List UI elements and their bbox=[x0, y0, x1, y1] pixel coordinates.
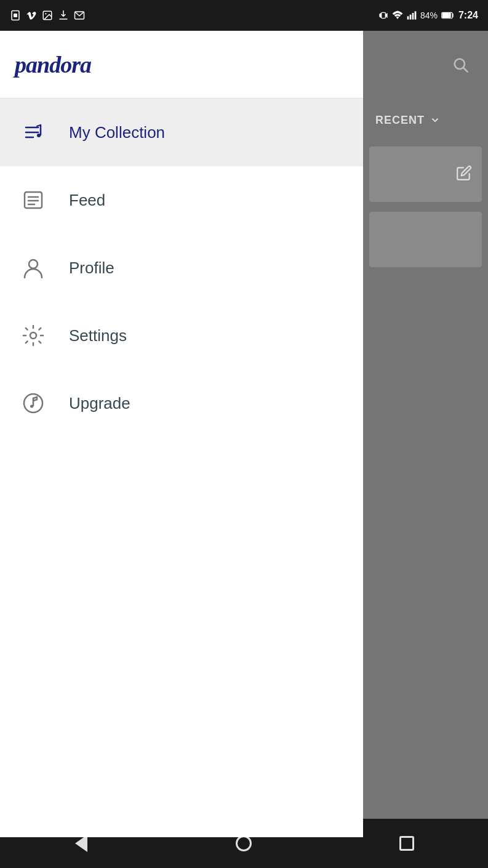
vimeo-icon bbox=[26, 10, 37, 21]
vibrate-icon bbox=[378, 10, 388, 20]
chevron-down-icon bbox=[430, 115, 441, 126]
svg-rect-9 bbox=[415, 11, 417, 19]
time: 7:24 bbox=[458, 10, 478, 21]
nav-item-upgrade[interactable]: Upgrade bbox=[0, 369, 363, 437]
mail-status-icon bbox=[74, 10, 85, 21]
nav-item-my-collection[interactable]: My Collection bbox=[0, 98, 363, 166]
svg-rect-11 bbox=[442, 13, 451, 18]
drawer: pandora My Collec bbox=[0, 31, 363, 837]
recent-button[interactable]: RECENT bbox=[375, 114, 441, 127]
svg-rect-1 bbox=[14, 14, 17, 17]
svg-rect-5 bbox=[382, 12, 386, 18]
nav-list: My Collection Feed bbox=[0, 98, 363, 837]
svg-point-21 bbox=[30, 332, 36, 339]
svg-line-25 bbox=[463, 68, 467, 71]
battery-icon bbox=[441, 11, 455, 20]
right-panel-card-2 bbox=[369, 212, 482, 267]
nav-item-profile[interactable]: Profile bbox=[0, 234, 363, 302]
settings-label: Settings bbox=[69, 326, 127, 345]
music-list-icon bbox=[20, 119, 47, 146]
pandora-logo: pandora bbox=[15, 51, 91, 78]
sim-icon bbox=[10, 10, 21, 21]
upgrade-label: Upgrade bbox=[69, 394, 130, 413]
nav-item-feed[interactable]: Feed bbox=[0, 166, 363, 234]
recents-button[interactable] bbox=[382, 819, 431, 868]
svg-point-20 bbox=[29, 260, 38, 268]
svg-point-15 bbox=[37, 134, 41, 137]
wifi-icon bbox=[392, 10, 403, 20]
home-icon bbox=[236, 835, 252, 851]
profile-icon bbox=[20, 254, 47, 281]
upgrade-icon bbox=[20, 390, 47, 417]
svg-rect-7 bbox=[410, 15, 412, 20]
battery-percentage: 84% bbox=[420, 10, 438, 20]
settings-icon bbox=[20, 322, 47, 349]
download-status-icon bbox=[58, 10, 69, 21]
right-panel: RECENT bbox=[363, 31, 488, 837]
search-button[interactable] bbox=[445, 49, 476, 80]
status-bar: 84% 7:24 bbox=[0, 0, 488, 31]
svg-rect-8 bbox=[412, 13, 414, 20]
edit-icon bbox=[456, 165, 472, 181]
edit-button[interactable] bbox=[456, 165, 472, 183]
svg-point-3 bbox=[45, 13, 46, 14]
feed-icon bbox=[20, 187, 47, 214]
recent-label: RECENT bbox=[375, 114, 425, 127]
app-bar: pandora bbox=[0, 31, 363, 98]
status-right: 84% 7:24 bbox=[378, 10, 478, 21]
profile-label: Profile bbox=[69, 259, 114, 278]
recents-icon bbox=[399, 836, 414, 851]
svg-point-23 bbox=[30, 405, 33, 408]
right-panel-header bbox=[363, 31, 488, 98]
main-layout: pandora My Collec bbox=[0, 31, 488, 837]
signal-icon bbox=[407, 10, 417, 20]
right-panel-card-1 bbox=[369, 147, 482, 202]
svg-rect-6 bbox=[407, 16, 409, 19]
my-collection-label: My Collection bbox=[69, 123, 165, 142]
image-status-icon bbox=[42, 10, 53, 21]
back-icon bbox=[75, 835, 87, 852]
nav-item-settings[interactable]: Settings bbox=[0, 302, 363, 369]
right-panel-toolbar: RECENT bbox=[363, 98, 488, 142]
status-icons bbox=[10, 10, 85, 21]
feed-label: Feed bbox=[69, 191, 105, 210]
search-icon bbox=[452, 56, 469, 73]
